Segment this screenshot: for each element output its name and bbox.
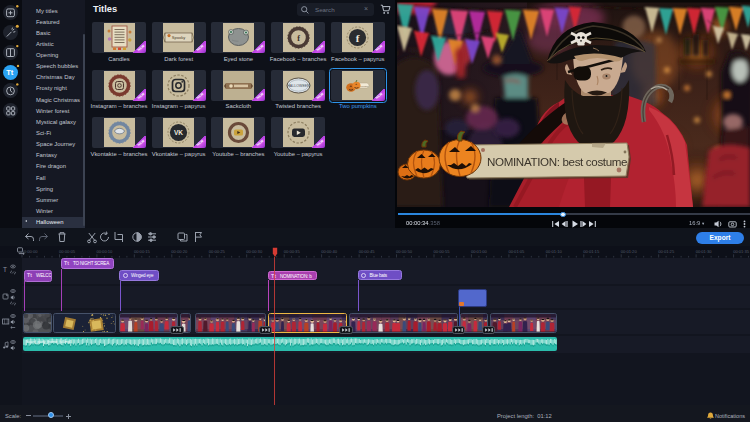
svg-text:VK: VK — [174, 129, 183, 136]
svg-text:00:01:25: 00:01:25 — [658, 249, 675, 254]
svg-text:Spooky: Spooky — [172, 35, 185, 40]
svg-text:00:00:55: 00:00:55 — [434, 249, 451, 254]
svg-text:00:01:35: 00:01:35 — [733, 249, 750, 254]
svg-text:T: T — [3, 266, 7, 273]
svg-text:00:01:10: 00:01:10 — [546, 249, 563, 254]
svg-text:00:00:40: 00:00:40 — [321, 249, 338, 254]
svg-text:00:01:15: 00:01:15 — [583, 249, 600, 254]
svg-text:HALLOWEEN: HALLOWEEN — [287, 84, 310, 88]
svg-text:00:00:00: 00:00:00 — [22, 249, 39, 254]
svg-text:00:00:15: 00:00:15 — [134, 249, 151, 254]
svg-text:00:00:45: 00:00:45 — [359, 249, 376, 254]
svg-text:00:01:30: 00:01:30 — [696, 249, 713, 254]
svg-text:00:00:25: 00:00:25 — [209, 249, 226, 254]
svg-text:00:00:05: 00:00:05 — [59, 249, 76, 254]
svg-text:00:00:10: 00:00:10 — [96, 249, 113, 254]
svg-text:Scary_party_theme_full.mp3: Scary_party_theme_full.mp3 — [26, 340, 72, 344]
svg-text:00:00:35: 00:00:35 — [284, 249, 301, 254]
svg-text:00:01:20: 00:01:20 — [621, 249, 638, 254]
svg-text:00:00:50: 00:00:50 — [396, 249, 413, 254]
svg-text:NOMINATION: best costume: NOMINATION: best costume — [487, 155, 627, 168]
svg-text:00:00:20: 00:00:20 — [171, 249, 188, 254]
svg-text:f: f — [356, 32, 360, 44]
svg-text:Tt: Tt — [6, 68, 14, 77]
svg-text:00:01:00: 00:01:00 — [471, 249, 488, 254]
svg-text:00:00:30: 00:00:30 — [246, 249, 263, 254]
svg-text:f: f — [297, 34, 300, 43]
svg-text:00:01:05: 00:01:05 — [508, 249, 525, 254]
